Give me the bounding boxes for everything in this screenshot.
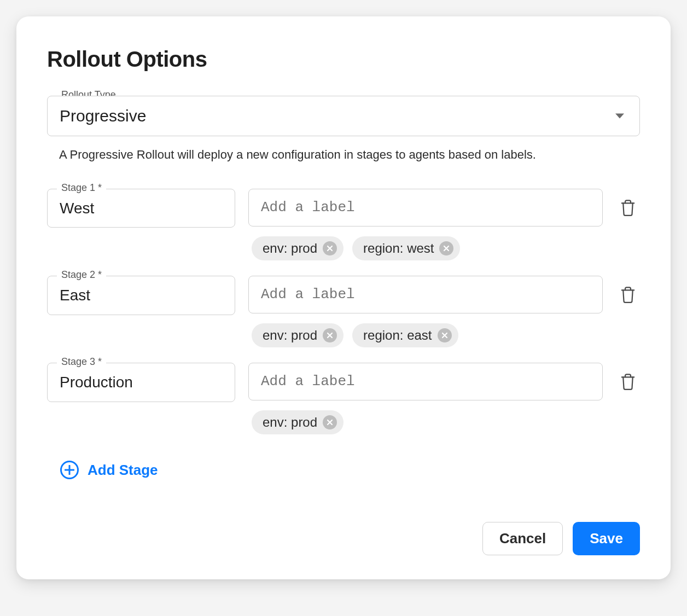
add-label-input[interactable] bbox=[248, 189, 603, 226]
label-chip: region: west bbox=[352, 236, 460, 260]
rollout-type-select[interactable]: Progressive bbox=[47, 96, 640, 136]
label-chips: env: prodregion: east bbox=[248, 323, 603, 347]
rollout-type-helper: A Progressive Rollout will deploy a new … bbox=[59, 146, 640, 164]
close-icon[interactable] bbox=[438, 328, 452, 342]
chevron-down-icon bbox=[615, 114, 624, 119]
dialog-footer: Cancel Save bbox=[47, 522, 640, 555]
cancel-button[interactable]: Cancel bbox=[482, 522, 563, 555]
save-button[interactable]: Save bbox=[573, 522, 640, 555]
trash-icon[interactable] bbox=[620, 286, 636, 304]
stage-labels-column: env: prodregion: west bbox=[248, 189, 603, 260]
label-chip: env: prod bbox=[252, 236, 344, 260]
label-chip: env: prod bbox=[252, 410, 344, 434]
rollout-type-value: Progressive bbox=[60, 107, 146, 125]
trash-icon[interactable] bbox=[620, 199, 636, 217]
add-stage-label: Add Stage bbox=[88, 462, 158, 479]
label-chip-text: env: prod bbox=[263, 415, 317, 430]
label-chip-text: region: west bbox=[363, 241, 434, 256]
stage-name-input[interactable] bbox=[47, 276, 235, 315]
trash-icon[interactable] bbox=[620, 373, 636, 391]
stage-field-label: Stage 2 * bbox=[57, 270, 106, 280]
label-chips: env: prod bbox=[248, 410, 603, 434]
stage-name-input[interactable] bbox=[47, 363, 235, 402]
stage-actions bbox=[616, 189, 640, 217]
stage-name-field: Stage 3 * bbox=[47, 363, 235, 402]
stage-row: Stage 1 *env: prodregion: west bbox=[47, 189, 640, 260]
stage-name-field: Stage 2 * bbox=[47, 276, 235, 315]
stage-field-label: Stage 1 * bbox=[57, 183, 106, 193]
stage-actions bbox=[616, 276, 640, 304]
add-stage-button[interactable]: Add Stage bbox=[47, 461, 158, 479]
close-icon[interactable] bbox=[323, 415, 337, 429]
rollout-type-field: Rollout Type Progressive bbox=[47, 96, 640, 136]
page-title: Rollout Options bbox=[47, 47, 640, 72]
close-icon[interactable] bbox=[439, 241, 453, 255]
rollout-options-card: Rollout Options Rollout Type Progressive… bbox=[16, 16, 671, 579]
stage-actions bbox=[616, 363, 640, 391]
close-icon[interactable] bbox=[323, 328, 337, 342]
stage-row: Stage 2 *env: prodregion: east bbox=[47, 276, 640, 347]
label-chip: env: prod bbox=[252, 323, 344, 347]
label-chips: env: prodregion: west bbox=[248, 236, 603, 260]
label-chip-text: region: east bbox=[363, 328, 432, 343]
stage-row: Stage 3 *env: prod bbox=[47, 363, 640, 434]
close-icon[interactable] bbox=[323, 241, 337, 255]
stage-field-label: Stage 3 * bbox=[57, 357, 106, 367]
stage-labels-column: env: prodregion: east bbox=[248, 276, 603, 347]
label-chip-text: env: prod bbox=[263, 328, 317, 343]
label-chip-text: env: prod bbox=[263, 241, 317, 256]
stage-labels-column: env: prod bbox=[248, 363, 603, 434]
add-label-input[interactable] bbox=[248, 276, 603, 313]
stage-name-field: Stage 1 * bbox=[47, 189, 235, 228]
stages-list: Stage 1 *env: prodregion: westStage 2 *e… bbox=[47, 189, 640, 435]
label-chip: region: east bbox=[352, 323, 458, 347]
stage-name-input[interactable] bbox=[47, 189, 235, 228]
plus-circle-icon bbox=[60, 461, 79, 479]
add-label-input[interactable] bbox=[248, 363, 603, 400]
